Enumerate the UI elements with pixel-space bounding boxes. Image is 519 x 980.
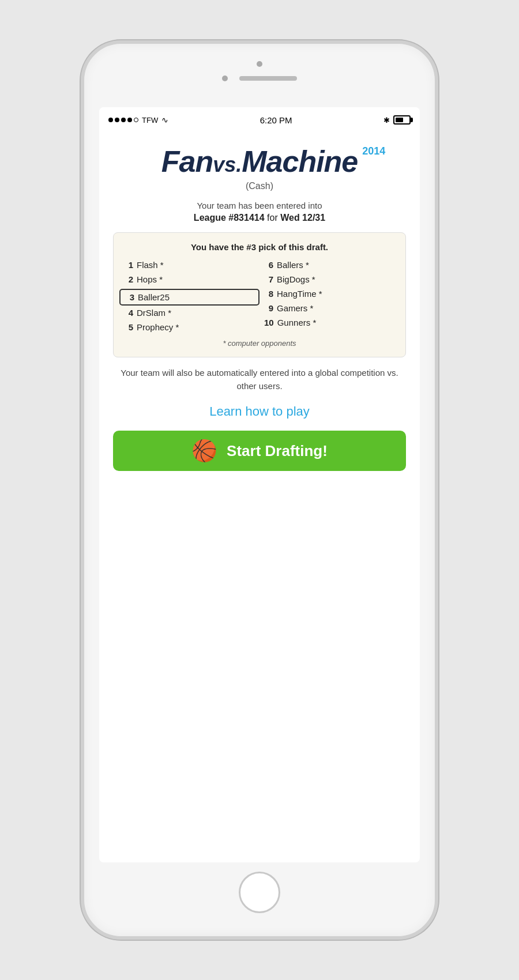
battery-fill bbox=[396, 118, 403, 122]
logo-main: Fan vs. Machine 2014 bbox=[161, 144, 358, 179]
draft-item-7: 7 BigDogs * bbox=[264, 274, 395, 284]
draft-column-left: 1 Flash * 2 Hops * 3 Baller25 4 bbox=[124, 260, 255, 332]
draft-item-6: 6 Ballers * bbox=[264, 260, 395, 270]
draft-pick-title: You have the #3 pick of this draft. bbox=[124, 242, 395, 252]
logo-subtitle: (Cash) bbox=[246, 181, 273, 191]
pick-name-3: Baller25 bbox=[138, 292, 170, 302]
draft-footnote: * computer opponents bbox=[124, 339, 395, 348]
phone-top-hardware bbox=[222, 76, 297, 81]
phone-camera bbox=[222, 76, 228, 81]
pick-num-2: 2 bbox=[124, 274, 133, 284]
phone-frame: TFW ∿ 6:20 PM ✱ Fan vs. Machine 2014 bbox=[81, 40, 438, 940]
logo-vs: vs. bbox=[213, 153, 242, 177]
pick-num-4: 4 bbox=[124, 308, 133, 318]
app-content: Fan vs. Machine 2014 (Cash) Your team ha… bbox=[99, 133, 420, 862]
draft-box: You have the #3 pick of this draft. 1 Fl… bbox=[113, 232, 406, 357]
league-date: Wed 12/31 bbox=[280, 213, 325, 223]
status-bar: TFW ∿ 6:20 PM ✱ bbox=[99, 107, 420, 133]
global-competition-text: Your team will also be automatically ent… bbox=[113, 367, 406, 393]
pick-name-1: Flash * bbox=[137, 260, 164, 270]
signal-dot-4 bbox=[127, 118, 132, 122]
pick-num-1: 1 bbox=[124, 260, 133, 270]
league-info: Your team has been entered into League #… bbox=[194, 201, 325, 223]
signal-dot-3 bbox=[121, 118, 126, 122]
phone-screen: TFW ∿ 6:20 PM ✱ Fan vs. Machine 2014 bbox=[99, 107, 420, 862]
battery-indicator bbox=[393, 115, 411, 125]
start-drafting-label: Start Drafting! bbox=[227, 442, 328, 460]
phone-earpiece bbox=[239, 76, 297, 81]
pick-name-10: Gunners * bbox=[277, 318, 317, 327]
pick-num-3: 3 bbox=[125, 292, 134, 302]
learn-how-link[interactable]: Learn how to play bbox=[209, 404, 310, 419]
phone-speaker bbox=[257, 61, 262, 67]
logo-machine: Machine bbox=[242, 144, 358, 179]
draft-item-10: 10 Gunners * bbox=[264, 318, 395, 327]
pick-num-6: 6 bbox=[264, 260, 273, 270]
pick-name-5: Prophecy * bbox=[137, 322, 179, 332]
draft-item-3: 3 Baller25 bbox=[119, 289, 260, 306]
league-details: League #831414 for Wed 12/31 bbox=[194, 213, 325, 223]
draft-item-8: 8 HangTime * bbox=[264, 289, 395, 299]
logo-fan: Fan bbox=[161, 144, 213, 179]
pick-name-2: Hops * bbox=[137, 274, 163, 284]
pick-name-6: Ballers * bbox=[277, 260, 309, 270]
signal-dot-2 bbox=[115, 118, 119, 122]
status-right: ✱ bbox=[383, 115, 411, 125]
bluetooth-icon: ✱ bbox=[383, 116, 390, 125]
logo-container: Fan vs. Machine 2014 (Cash) bbox=[161, 144, 358, 191]
draft-item-1: 1 Flash * bbox=[124, 260, 255, 270]
pick-num-8: 8 bbox=[264, 289, 273, 299]
draft-item-5: 5 Prophecy * bbox=[124, 322, 255, 332]
start-drafting-button[interactable]: 🏀 Start Drafting! bbox=[113, 431, 406, 471]
pick-name-7: BigDogs * bbox=[277, 274, 315, 284]
signal-dot-5 bbox=[134, 118, 138, 122]
logo-year: 2014 bbox=[362, 145, 385, 157]
pick-num-5: 5 bbox=[124, 322, 133, 332]
pick-num-7: 7 bbox=[264, 274, 273, 284]
status-time: 6:20 PM bbox=[260, 115, 292, 125]
basketball-icon: 🏀 bbox=[191, 439, 217, 463]
draft-item-4: 4 DrSlam * bbox=[124, 308, 255, 318]
pick-name-4: DrSlam * bbox=[137, 308, 171, 318]
draft-item-2: 2 Hops * bbox=[124, 274, 255, 284]
status-left: TFW ∿ bbox=[108, 115, 168, 125]
draft-grid: 1 Flash * 2 Hops * 3 Baller25 4 bbox=[124, 260, 395, 332]
pick-num-9: 9 bbox=[264, 303, 273, 313]
draft-item-9: 9 Gamers * bbox=[264, 303, 395, 313]
home-button[interactable] bbox=[239, 872, 280, 913]
carrier-name: TFW bbox=[142, 116, 158, 125]
league-number: League #831414 bbox=[194, 213, 265, 223]
pick-name-9: Gamers * bbox=[277, 303, 313, 313]
league-entered-text: Your team has been entered into bbox=[194, 201, 325, 210]
signal-dot-1 bbox=[108, 118, 113, 122]
wifi-icon: ∿ bbox=[161, 115, 168, 125]
signal-strength bbox=[108, 118, 138, 122]
pick-num-10: 10 bbox=[264, 318, 274, 327]
pick-name-8: HangTime * bbox=[277, 289, 322, 299]
draft-column-right: 6 Ballers * 7 BigDogs * 8 HangTime * 9 bbox=[264, 260, 395, 332]
